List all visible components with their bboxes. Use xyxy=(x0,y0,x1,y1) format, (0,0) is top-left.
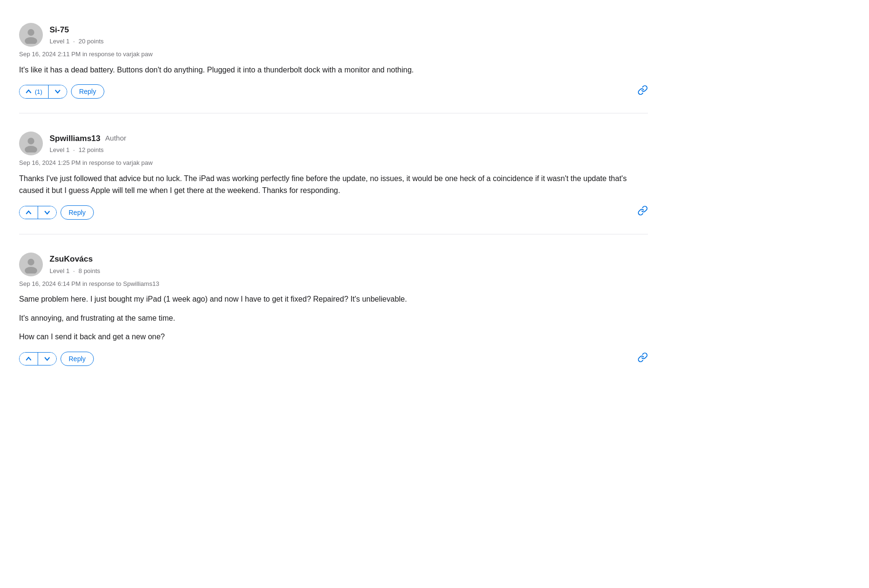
downvote-button[interactable] xyxy=(49,85,67,98)
user-header: Spwilliams13AuthorLevel 1 · 12 points xyxy=(19,132,648,155)
comment-meta: Sep 16, 2024 6:14 PM in response to Spwi… xyxy=(19,279,648,289)
svg-point-1 xyxy=(25,37,37,44)
user-info: ZsuKovácsLevel 1 · 8 points xyxy=(50,253,100,275)
reply-button[interactable]: Reply xyxy=(61,352,94,366)
comment-meta: Sep 16, 2024 2:11 PM in response to varj… xyxy=(19,50,648,59)
avatar xyxy=(19,132,43,155)
link-icon[interactable] xyxy=(637,85,648,99)
link-icon[interactable] xyxy=(637,205,648,219)
upvote-button[interactable]: (1) xyxy=(20,85,49,98)
comment-meta: Sep 16, 2024 1:25 PM in response to varj… xyxy=(19,158,648,168)
user-info: Si-75Level 1 · 20 points xyxy=(50,24,104,46)
reply-button[interactable]: Reply xyxy=(61,205,94,220)
user-level: Level 1 · 12 points xyxy=(50,145,126,155)
actions-row: (1)Reply xyxy=(19,84,648,99)
downvote-button[interactable] xyxy=(38,206,56,219)
actions-row: Reply xyxy=(19,205,648,220)
comment-block: Si-75Level 1 · 20 pointsSep 16, 2024 2:1… xyxy=(19,10,648,108)
comment-block: ZsuKovácsLevel 1 · 8 pointsSep 16, 2024 … xyxy=(19,239,648,375)
actions-row: Reply xyxy=(19,352,648,366)
upvote-button[interactable] xyxy=(20,353,38,365)
svg-point-4 xyxy=(28,259,34,265)
svg-point-2 xyxy=(28,138,34,144)
vote-buttons xyxy=(19,206,57,219)
avatar xyxy=(19,253,43,276)
username-row: ZsuKovács xyxy=(50,253,100,265)
comment-text: Same problem here. I just bought my iPad… xyxy=(19,293,648,343)
username-row: Spwilliams13Author xyxy=(50,132,126,145)
vote-reply-group: Reply xyxy=(19,352,94,366)
comment-block: Spwilliams13AuthorLevel 1 · 12 pointsSep… xyxy=(19,118,648,229)
author-badge: Author xyxy=(105,133,126,144)
avatar xyxy=(19,23,43,47)
link-icon[interactable] xyxy=(637,352,648,366)
vote-buttons: (1) xyxy=(19,85,67,99)
upvote-button[interactable] xyxy=(20,206,38,219)
comment-divider xyxy=(19,113,648,113)
user-header: ZsuKovácsLevel 1 · 8 points xyxy=(19,253,648,276)
user-level: Level 1 · 20 points xyxy=(50,37,104,46)
username-row: Si-75 xyxy=(50,24,104,36)
comment-text: It's like it has a dead battery. Buttons… xyxy=(19,64,648,76)
vote-reply-group: Reply xyxy=(19,205,94,220)
user-info: Spwilliams13AuthorLevel 1 · 12 points xyxy=(50,132,126,155)
username: Spwilliams13 xyxy=(50,132,101,145)
username: ZsuKovács xyxy=(50,253,93,265)
svg-point-5 xyxy=(25,267,37,274)
downvote-button[interactable] xyxy=(38,353,56,365)
reply-button[interactable]: Reply xyxy=(71,84,104,99)
vote-reply-group: (1)Reply xyxy=(19,84,104,99)
upvote-count: (1) xyxy=(35,88,42,95)
user-header: Si-75Level 1 · 20 points xyxy=(19,23,648,47)
svg-point-0 xyxy=(28,29,34,36)
svg-point-3 xyxy=(25,146,37,152)
comment-text: Thanks I've just followed that advice bu… xyxy=(19,172,648,197)
comment-divider xyxy=(19,234,648,234)
user-level: Level 1 · 8 points xyxy=(50,266,100,276)
vote-buttons xyxy=(19,352,57,365)
username: Si-75 xyxy=(50,24,69,36)
